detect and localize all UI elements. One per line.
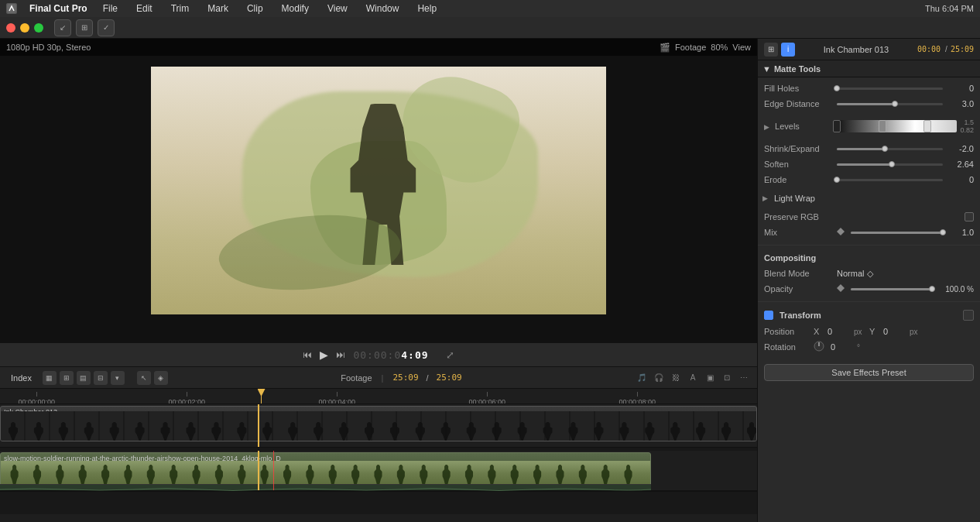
soften-row: Soften 2.64: [758, 156, 980, 172]
transform-section: Transform Position X 0 px Y 0 px Rotatio…: [758, 304, 980, 358]
expand-icon[interactable]: ⤢: [446, 349, 454, 361]
ruler-mark-8: 00:00:08:00: [618, 389, 656, 404]
opacity-thumb[interactable]: [929, 286, 935, 292]
toolbar-btn-3[interactable]: ✓: [98, 19, 115, 36]
index-button[interactable]: Index: [6, 372, 36, 384]
tl-icon-filmstrip[interactable]: ▤: [77, 371, 91, 385]
tl-icon-grid[interactable]: ⊞: [60, 371, 74, 385]
app-name[interactable]: Final Cut Pro: [29, 3, 87, 14]
play-button[interactable]: ▶: [320, 349, 328, 361]
fill-holes-label: Fill Holes: [764, 84, 834, 93]
tl-nav-icon2[interactable]: ◈: [154, 371, 168, 385]
soften-slider[interactable]: [837, 163, 943, 166]
menu-mark[interactable]: Mark: [204, 2, 231, 15]
link-icon[interactable]: ⛓: [669, 371, 683, 385]
menu-edit[interactable]: Edit: [133, 2, 156, 15]
levels-black-handle[interactable]: [833, 120, 841, 132]
levels-mid-handle[interactable]: [879, 120, 886, 132]
inspector-info-icon[interactable]: i: [781, 43, 795, 57]
levels-bar[interactable]: [837, 120, 957, 132]
minimize-button[interactable]: [20, 23, 29, 33]
clip-icon[interactable]: ▣: [703, 371, 717, 385]
skip-forward-icon[interactable]: ⏭: [336, 349, 345, 360]
edge-distance-thumb[interactable]: [892, 101, 898, 107]
track2-playhead: [258, 451, 259, 490]
soften-thumb[interactable]: [889, 161, 895, 167]
erode-label: Erode: [764, 175, 834, 184]
opacity-slider[interactable]: [851, 288, 932, 290]
tl-icon-dropdown[interactable]: ▾: [111, 371, 125, 385]
headphone-icon[interactable]: 🎧: [652, 371, 666, 385]
toolbar-btn-1[interactable]: ↙: [54, 19, 71, 36]
shrink-expand-fill: [837, 148, 885, 150]
tick-2: [187, 392, 187, 397]
menu-file[interactable]: File: [100, 2, 121, 15]
rotation-value[interactable]: 0: [831, 342, 854, 352]
tl-icon-expand[interactable]: ⊟: [94, 371, 108, 385]
fill-holes-thumb[interactable]: [834, 85, 840, 91]
save-effects-button[interactable]: Save Effects Preset: [764, 364, 974, 381]
transform-mini-btn[interactable]: [963, 310, 974, 321]
more-icon[interactable]: ⋯: [737, 371, 751, 385]
zoom-level[interactable]: 80%: [711, 43, 728, 52]
transform-checkbox[interactable]: [764, 311, 773, 320]
soften-label: Soften: [764, 160, 834, 169]
inspector-timecode-out: 25:09: [951, 45, 974, 53]
view-dropdown[interactable]: View: [732, 43, 751, 52]
blend-mode-row: Blend Mode Normal ◇: [758, 266, 980, 281]
menu-help[interactable]: Help: [414, 2, 440, 15]
toolbar-btn-2[interactable]: ⊞: [76, 19, 93, 36]
right-panel: ⊞ i Ink Chamber 013 00:00 / 25:09 ▼ Matt…: [757, 39, 980, 522]
window-controls: ↙ ⊞ ✓: [0, 17, 980, 39]
menu-clip[interactable]: Clip: [244, 2, 266, 15]
footage-label-header: Footage: [675, 43, 706, 52]
menu-modify[interactable]: Modify: [279, 2, 312, 15]
close-button[interactable]: [6, 23, 15, 33]
levels-triangle: ▶: [764, 123, 769, 131]
footage-separator: |: [382, 373, 384, 383]
levels-values: 1.5 0.82: [960, 118, 974, 134]
cursor-line: [273, 451, 274, 490]
opacity-fill: [851, 288, 932, 290]
erode-thumb[interactable]: [834, 177, 840, 183]
maximize-button[interactable]: [34, 23, 43, 33]
auto-icon[interactable]: A: [686, 371, 700, 385]
erode-row: Erode 0: [758, 172, 980, 187]
light-wrap-header[interactable]: ▶ Light Wrap: [758, 191, 980, 206]
tl-nav-icon[interactable]: ↖: [137, 371, 151, 385]
menu-view[interactable]: View: [324, 2, 351, 15]
erode-value: 0: [946, 175, 974, 184]
y-value[interactable]: 0: [883, 327, 906, 336]
preserve-rgb-checkbox[interactable]: [965, 212, 974, 222]
audio-icon[interactable]: 🎵: [635, 371, 649, 385]
clip-ink-chamber[interactable]: Ink Chamber 013: [0, 406, 757, 441]
blend-mode-value[interactable]: Normal ◇: [837, 269, 974, 279]
mix-thumb[interactable]: [940, 229, 946, 235]
resolution-label: 1080p HD 30p, Stereo: [6, 43, 91, 52]
clip-soldier[interactable]: slow-motion-soldier-running-at-the-arcti…: [0, 452, 651, 488]
erode-slider[interactable]: [837, 179, 943, 181]
edge-distance-fill: [837, 103, 895, 105]
shrink-expand-label: Shrink/Expand: [764, 144, 834, 153]
tick-6: [487, 392, 488, 397]
mix-row: Mix 1.0: [758, 225, 980, 240]
inspector-toggle-icon[interactable]: ⊞: [764, 43, 778, 57]
matte-tools-header[interactable]: ▼ Matte Tools: [758, 60, 980, 77]
snap-icon[interactable]: ⊡: [720, 371, 734, 385]
edge-distance-slider[interactable]: [837, 103, 943, 105]
x-value[interactable]: 0: [828, 327, 851, 336]
rotation-dial[interactable]: [814, 341, 824, 353]
transform-title: Transform: [780, 311, 960, 320]
mix-slider[interactable]: [851, 232, 943, 234]
shrink-expand-thumb[interactable]: [882, 146, 888, 152]
tick-0: [36, 392, 37, 397]
tl-icon-list[interactable]: ▦: [43, 371, 57, 385]
skip-back-icon[interactable]: ⏮: [303, 349, 312, 360]
menu-trim[interactable]: Trim: [168, 2, 193, 15]
timeline-toolbar: Index ▦ ⊞ ▤ ⊟ ▾ ↖ ◈ Footage | 25:09 / 25…: [0, 367, 757, 389]
fill-holes-slider[interactable]: [837, 88, 943, 90]
inspector-clip-title: Ink Chamber 013: [798, 45, 914, 54]
shrink-expand-slider[interactable]: [837, 148, 943, 150]
levels-white-handle[interactable]: [923, 120, 931, 132]
menu-window[interactable]: Window: [363, 2, 403, 15]
